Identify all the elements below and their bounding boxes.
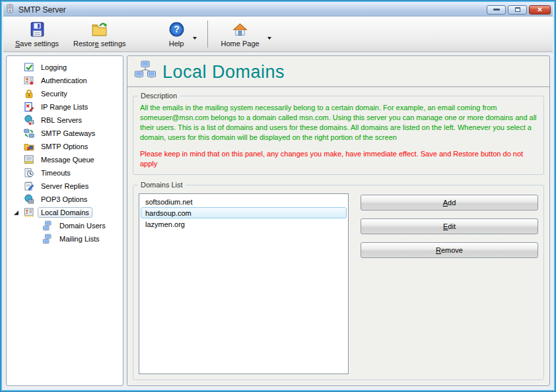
toolbar: Save settings Restore settings ? [3,16,553,52]
save-settings-button[interactable]: Save settings [9,18,65,50]
local-domains-header-icon [134,61,156,83]
sidebar-item-smtp-options[interactable]: SMTP Options [8,140,122,153]
edit-button-label: Edit [443,222,456,230]
domain-list-item[interactable]: softsodium.net [141,196,347,207]
sidebar-item-pop3-options[interactable]: POP3 Options [8,193,122,206]
remove-button[interactable]: Remove [361,242,538,258]
timeouts-icon [24,168,34,178]
sidebar-item-label: Domain Users [56,220,109,231]
help-icon: ? [168,21,185,38]
restore-settings-label: Restore settings [73,40,126,48]
page-header: Local Domains [133,59,544,86]
logging-icon [24,62,34,73]
description-warning-text: Please keep in mind that on this panel, … [140,149,537,169]
home-icon [232,21,248,38]
domain-list-item[interactable]: lazymen.org [141,218,347,230]
header-separator [127,86,549,87]
security-icon [24,88,34,99]
authentication-icon [24,75,34,86]
domains-list-legend: Domains List [138,181,186,189]
domains-list-groupbox: Domains List softsodium.net hardsoup.com… [133,185,544,380]
sidebar-item-label: Message Queue [38,154,98,165]
minimize-icon [493,9,500,11]
sidebar-item-timeouts[interactable]: Timeouts [8,166,122,180]
maximize-button[interactable] [508,5,527,15]
sidebar-item-smtp-gateways[interactable]: SMTP Gateways [8,127,122,140]
sidebar-item-label: Timeouts [38,168,74,178]
sidebar-item-label: POP3 Options [38,194,90,205]
sidebar-item-local-domains[interactable]: Local Domains [8,206,122,219]
maximize-icon [515,7,520,12]
mailing-lists-icon [42,234,53,244]
smtp-gateways-icon [24,128,34,139]
sidebar-item-label: Mailing Lists [56,234,103,244]
sidebar-item-label: SMTP Gateways [38,128,98,139]
tree-expander-icon[interactable] [14,211,18,215]
message-queue-icon [24,154,34,165]
domain-actions: Add Edit Remove [361,193,538,374]
toolbar-spacer [134,18,160,50]
domain-users-icon [42,220,53,231]
svg-text:?: ? [174,24,180,34]
help-button[interactable]: ? Help [162,18,191,50]
remove-button-label: Remove [436,246,463,254]
add-button[interactable]: Add [361,195,538,211]
app-window: SMTP Server ✕ Save settings [0,0,556,392]
save-icon [29,21,46,38]
home-page-dropdown-arrow[interactable] [267,37,271,40]
app-icon [5,4,15,16]
sidebar-item-logging[interactable]: Logging [8,61,122,74]
home-page-label: Home Page [221,40,260,48]
sidebar-item-rbl-servers[interactable]: RBL Servers [8,114,122,127]
local-domains-icon [24,207,34,218]
home-page-button[interactable]: Home Page [215,18,266,50]
server-replies-icon [24,181,34,191]
close-button[interactable]: ✕ [529,5,551,15]
save-settings-label: Save settings [15,40,59,48]
page-title: Local Domains [162,62,285,82]
sidebar-item-message-queue[interactable]: Message Queue [8,153,122,166]
ip-range-lists-icon [24,102,34,112]
help-dropdown-arrow[interactable] [193,37,197,40]
sidebar-item-label: Security [38,88,71,99]
minimize-button[interactable] [487,5,506,15]
sidebar-item-server-replies[interactable]: Server Replies [8,180,122,193]
main-panel: Local Domains Description All the emails… [127,55,550,386]
help-label: Help [169,40,184,48]
description-text: All the emails in the mailing system nec… [140,103,537,143]
rbl-servers-icon [24,115,34,125]
sidebar-item-label: Authentication [38,75,90,86]
sidebar-item-ip-range-lists[interactable]: IP Range Lists [8,100,122,114]
sidebar-tree: Logging Authentication [6,55,123,386]
sidebar-item-label: Server Replies [38,181,92,191]
sidebar-item-label: SMTP Options [38,141,91,152]
sidebar-item-mailing-lists[interactable]: Mailing Lists [8,232,122,245]
restore-icon [91,21,108,38]
domain-list-item-selected[interactable]: hardsoup.com [141,207,347,218]
pop3-options-icon [24,194,34,205]
sidebar-item-domain-users[interactable]: Domain Users [8,219,122,232]
close-icon: ✕ [537,7,542,13]
sidebar-item-label: Local Domains [38,207,92,218]
smtp-options-icon [24,141,34,152]
window-controls: ✕ [487,5,551,15]
window-title: SMTP Server [18,5,66,15]
sidebar-item-label: Logging [38,62,70,73]
sidebar-item-security[interactable]: Security [8,87,122,100]
restore-settings-button[interactable]: Restore settings [67,18,133,50]
sidebar-item-authentication[interactable]: Authentication [8,74,122,87]
edit-button[interactable]: Edit [361,218,538,234]
titlebar: SMTP Server ✕ [3,3,553,16]
toolbar-separator [207,20,208,48]
sidebar-item-label: IP Range Lists [38,102,91,112]
domains-listbox[interactable]: softsodium.net hardsoup.com lazymen.org [139,193,349,374]
add-button-label: Add [443,199,456,207]
sidebar-item-label: RBL Servers [38,115,85,125]
content-area: Logging Authentication [3,52,553,389]
description-groupbox: Description All the emails in the mailin… [133,96,544,175]
description-legend: Description [138,92,180,100]
